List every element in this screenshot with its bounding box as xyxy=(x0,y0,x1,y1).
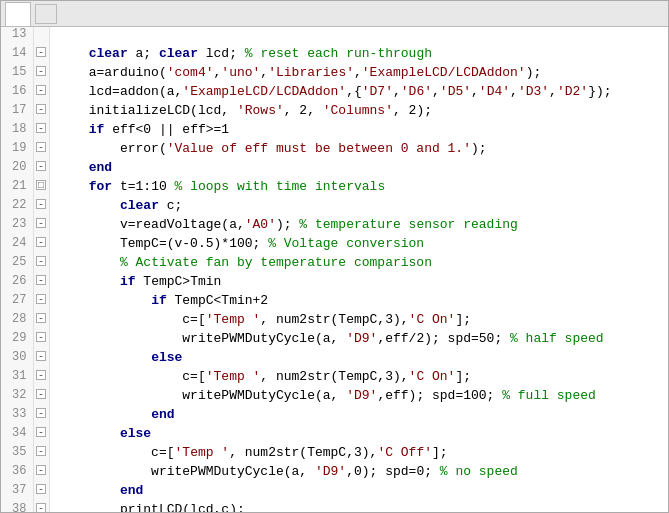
fold-minus-icon[interactable]: - xyxy=(36,161,46,171)
fold-indicator[interactable]: - xyxy=(33,236,49,255)
fold-indicator[interactable]: - xyxy=(33,483,49,502)
string: 'Temp ' xyxy=(206,369,261,384)
string: 'D9' xyxy=(346,331,377,346)
fold-minus-icon[interactable]: - xyxy=(36,408,46,418)
fold-minus-icon[interactable]: - xyxy=(36,389,46,399)
fold-minus-icon[interactable]: - xyxy=(36,313,46,323)
table-row: 27- if TempC<Tmin+2 xyxy=(1,293,668,312)
code-line: else xyxy=(49,350,668,369)
fold-indicator[interactable]: □ xyxy=(33,179,49,198)
fold-minus-icon[interactable]: - xyxy=(36,237,46,247)
fold-indicator[interactable]: - xyxy=(33,369,49,388)
fold-minus-icon[interactable]: - xyxy=(36,123,46,133)
fold-minus-icon[interactable]: - xyxy=(36,66,46,76)
code-line: initializeLCD(lcd, 'Rows', 2, 'Columns',… xyxy=(49,103,668,122)
string: 'D7' xyxy=(362,84,393,99)
line-number: 35 xyxy=(1,445,33,464)
fold-indicator[interactable]: - xyxy=(33,65,49,84)
keyword: if xyxy=(89,122,105,137)
fold-minus-icon[interactable]: - xyxy=(36,351,46,361)
fold-minus-icon[interactable]: - xyxy=(36,465,46,475)
fold-indicator[interactable]: - xyxy=(33,502,49,512)
code-container[interactable]: 13 14- clear a; clear lcd; % reset each … xyxy=(1,27,668,512)
code-line: error('Value of eff must be between 0 an… xyxy=(49,141,668,160)
fold-minus-icon[interactable]: - xyxy=(36,427,46,437)
comment: % full speed xyxy=(502,388,596,403)
fold-minus-icon[interactable]: - xyxy=(36,199,46,209)
fold-indicator[interactable]: - xyxy=(33,293,49,312)
keyword: clear xyxy=(89,46,128,61)
fold-minus-icon[interactable]: - xyxy=(36,484,46,494)
fold-indicator xyxy=(33,27,49,46)
table-row: 14- clear a; clear lcd; % reset each run… xyxy=(1,46,668,65)
fold-indicator[interactable]: - xyxy=(33,46,49,65)
code-line: end xyxy=(49,483,668,502)
code-line xyxy=(49,27,668,46)
table-row: 23- v=readVoltage(a,'A0'); % temperature… xyxy=(1,217,668,236)
table-row: 16- lcd=addon(a,'ExampleLCD/LCDAddon',{'… xyxy=(1,84,668,103)
line-number: 38 xyxy=(1,502,33,512)
code-line: end xyxy=(49,407,668,426)
string: 'D4' xyxy=(479,84,510,99)
fold-minus-icon[interactable]: - xyxy=(36,256,46,266)
table-row: 38- printLCD(lcd,c); xyxy=(1,502,668,512)
fold-minus-icon[interactable]: - xyxy=(36,332,46,342)
keyword: clear xyxy=(159,46,198,61)
line-number: 31 xyxy=(1,369,33,388)
fold-indicator[interactable]: - xyxy=(33,331,49,350)
fold-indicator[interactable]: - xyxy=(33,160,49,179)
code-line: if TempC>Tmin xyxy=(49,274,668,293)
table-row: 22- clear c; xyxy=(1,198,668,217)
fold-minus-icon[interactable]: - xyxy=(36,104,46,114)
fold-indicator[interactable]: - xyxy=(33,350,49,369)
fold-minus-icon[interactable]: - xyxy=(36,446,46,456)
fold-indicator[interactable]: - xyxy=(33,445,49,464)
fold-indicator[interactable]: - xyxy=(33,141,49,160)
keyword: else xyxy=(120,426,151,441)
fold-indicator[interactable]: - xyxy=(33,122,49,141)
fold-indicator[interactable]: - xyxy=(33,84,49,103)
keyword: end xyxy=(151,407,174,422)
fold-minus-icon[interactable]: - xyxy=(36,370,46,380)
fold-minus-icon[interactable]: - xyxy=(36,47,46,57)
table-row: 24- TempC=(v-0.5)*100; % Voltage convers… xyxy=(1,236,668,255)
code-line: c=['Temp ', num2str(TempC,3),'C Off']; xyxy=(49,445,668,464)
tab-fanread[interactable] xyxy=(5,2,31,26)
fold-minus-icon[interactable]: - xyxy=(36,142,46,152)
fold-minus-icon[interactable]: - xyxy=(36,503,46,512)
fold-indicator[interactable]: - xyxy=(33,312,49,331)
keyword: end xyxy=(89,160,112,175)
string: 'Value of eff must be between 0 and 1.' xyxy=(167,141,471,156)
comment: % Voltage conversion xyxy=(268,236,424,251)
comment: % no speed xyxy=(440,464,518,479)
string: 'com4' xyxy=(167,65,214,80)
fold-minus-icon[interactable]: - xyxy=(36,275,46,285)
fold-indicator[interactable]: - xyxy=(33,426,49,445)
code-line: clear a; clear lcd; % reset each run-thr… xyxy=(49,46,668,65)
line-number: 26 xyxy=(1,274,33,293)
fold-minus-icon[interactable]: - xyxy=(36,218,46,228)
line-number: 25 xyxy=(1,255,33,274)
table-row: 15- a=arduino('com4','uno','Libraries','… xyxy=(1,65,668,84)
fold-indicator[interactable]: - xyxy=(33,198,49,217)
comment: % half speed xyxy=(510,331,604,346)
fold-indicator[interactable]: - xyxy=(33,274,49,293)
code-line: writePWMDutyCycle(a, 'D9',eff/2); spd=50… xyxy=(49,331,668,350)
fold-minus-icon[interactable]: - xyxy=(36,85,46,95)
fold-indicator[interactable]: - xyxy=(33,407,49,426)
fold-minus-icon[interactable]: - xyxy=(36,294,46,304)
fold-indicator[interactable]: - xyxy=(33,217,49,236)
tab-add-button[interactable] xyxy=(35,4,57,24)
string: 'Libraries' xyxy=(268,65,354,80)
code-line: lcd=addon(a,'ExampleLCD/LCDAddon',{'D7',… xyxy=(49,84,668,103)
tab-bar xyxy=(1,1,668,27)
string: 'ExampleLCD/LCDAddon' xyxy=(182,84,346,99)
fold-indicator[interactable]: - xyxy=(33,103,49,122)
fold-box-icon[interactable]: □ xyxy=(36,180,46,190)
fold-indicator[interactable]: - xyxy=(33,388,49,407)
fold-indicator[interactable]: - xyxy=(33,255,49,274)
keyword: else xyxy=(151,350,182,365)
code-line: writePWMDutyCycle(a, 'D9',0); spd=0; % n… xyxy=(49,464,668,483)
fold-indicator[interactable]: - xyxy=(33,464,49,483)
line-number: 21 xyxy=(1,179,33,198)
